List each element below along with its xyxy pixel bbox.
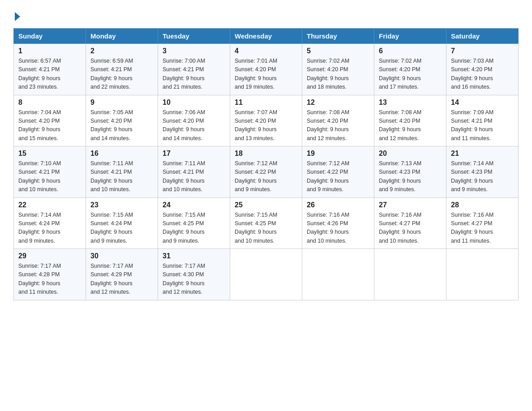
calendar-week-5: 29Sunrise: 7:17 AMSunset: 4:28 PMDayligh… <box>14 249 519 300</box>
calendar-cell: 22Sunrise: 7:14 AMSunset: 4:24 PMDayligh… <box>14 197 86 249</box>
calendar-cell <box>446 249 519 300</box>
calendar-week-2: 8Sunrise: 7:04 AMSunset: 4:20 PMDaylight… <box>14 95 519 146</box>
day-info: Sunrise: 6:57 AMSunset: 4:21 PMDaylight:… <box>18 57 81 92</box>
day-number: 16 <box>90 150 153 158</box>
calendar-cell: 17Sunrise: 7:11 AMSunset: 4:21 PMDayligh… <box>158 146 230 198</box>
day-info: Sunrise: 7:16 AMSunset: 4:27 PMDaylight:… <box>451 211 514 246</box>
logo-triangle-icon <box>15 12 20 21</box>
day-number: 8 <box>18 98 81 107</box>
day-info: Sunrise: 7:17 AMSunset: 4:29 PMDaylight:… <box>90 262 153 297</box>
day-number: 12 <box>307 98 369 107</box>
day-info: Sunrise: 7:13 AMSunset: 4:23 PMDaylight:… <box>379 159 442 194</box>
page-header <box>13 9 519 20</box>
day-info: Sunrise: 7:15 AMSunset: 4:25 PMDaylight:… <box>235 211 297 246</box>
calendar-cell: 24Sunrise: 7:15 AMSunset: 4:25 PMDayligh… <box>158 197 230 249</box>
day-number: 23 <box>90 201 153 209</box>
day-info: Sunrise: 7:17 AMSunset: 4:28 PMDaylight:… <box>18 262 81 297</box>
day-number: 20 <box>379 150 442 158</box>
day-info: Sunrise: 7:15 AMSunset: 4:25 PMDaylight:… <box>163 211 225 246</box>
calendar-body: 1Sunrise: 6:57 AMSunset: 4:21 PMDaylight… <box>14 44 519 300</box>
day-info: Sunrise: 7:08 AMSunset: 4:20 PMDaylight:… <box>307 108 369 143</box>
day-info: Sunrise: 6:59 AMSunset: 4:21 PMDaylight:… <box>90 57 153 92</box>
calendar-cell: 19Sunrise: 7:12 AMSunset: 4:22 PMDayligh… <box>302 146 374 198</box>
day-info: Sunrise: 7:11 AMSunset: 4:21 PMDaylight:… <box>90 159 153 194</box>
day-number: 31 <box>163 252 225 260</box>
day-number: 17 <box>163 150 225 158</box>
day-number: 29 <box>18 252 81 260</box>
day-info: Sunrise: 7:12 AMSunset: 4:22 PMDaylight:… <box>307 159 369 194</box>
day-number: 10 <box>163 98 225 107</box>
day-info: Sunrise: 7:10 AMSunset: 4:21 PMDaylight:… <box>18 159 81 194</box>
day-info: Sunrise: 7:05 AMSunset: 4:20 PMDaylight:… <box>90 108 153 143</box>
calendar-cell: 16Sunrise: 7:11 AMSunset: 4:21 PMDayligh… <box>86 146 158 198</box>
calendar-cell: 4Sunrise: 7:01 AMSunset: 4:20 PMDaylight… <box>230 44 302 95</box>
weekday-header-wednesday: Wednesday <box>230 29 302 44</box>
weekday-header-friday: Friday <box>374 29 446 44</box>
day-number: 1 <box>18 47 81 55</box>
calendar-cell: 9Sunrise: 7:05 AMSunset: 4:20 PMDaylight… <box>86 95 158 146</box>
calendar-table: SundayMondayTuesdayWednesdayThursdayFrid… <box>13 28 519 300</box>
day-number: 4 <box>235 47 297 55</box>
day-info: Sunrise: 7:07 AMSunset: 4:20 PMDaylight:… <box>235 108 297 143</box>
day-number: 26 <box>307 201 369 209</box>
logo <box>13 9 20 20</box>
calendar-cell: 26Sunrise: 7:16 AMSunset: 4:26 PMDayligh… <box>302 197 374 249</box>
day-number: 9 <box>90 98 153 107</box>
day-number: 2 <box>90 47 153 55</box>
calendar-week-3: 15Sunrise: 7:10 AMSunset: 4:21 PMDayligh… <box>14 146 519 198</box>
day-number: 11 <box>235 98 297 107</box>
day-info: Sunrise: 7:12 AMSunset: 4:22 PMDaylight:… <box>235 159 297 194</box>
calendar-cell: 14Sunrise: 7:09 AMSunset: 4:21 PMDayligh… <box>446 95 519 146</box>
day-number: 30 <box>90 252 153 260</box>
calendar-cell: 13Sunrise: 7:08 AMSunset: 4:20 PMDayligh… <box>374 95 446 146</box>
day-number: 24 <box>163 201 225 209</box>
day-number: 22 <box>18 201 81 209</box>
calendar-cell <box>302 249 374 300</box>
calendar-cell: 21Sunrise: 7:14 AMSunset: 4:23 PMDayligh… <box>446 146 519 198</box>
calendar-cell: 20Sunrise: 7:13 AMSunset: 4:23 PMDayligh… <box>374 146 446 198</box>
day-info: Sunrise: 7:09 AMSunset: 4:21 PMDaylight:… <box>451 108 514 143</box>
day-number: 6 <box>379 47 442 55</box>
weekday-header-row: SundayMondayTuesdayWednesdayThursdayFrid… <box>14 29 519 44</box>
calendar-cell: 29Sunrise: 7:17 AMSunset: 4:28 PMDayligh… <box>14 249 86 300</box>
calendar-cell: 18Sunrise: 7:12 AMSunset: 4:22 PMDayligh… <box>230 146 302 198</box>
calendar-header: SundayMondayTuesdayWednesdayThursdayFrid… <box>14 29 519 44</box>
weekday-header-sunday: Sunday <box>14 29 86 44</box>
day-number: 5 <box>307 47 369 55</box>
weekday-header-thursday: Thursday <box>302 29 374 44</box>
calendar-cell: 8Sunrise: 7:04 AMSunset: 4:20 PMDaylight… <box>14 95 86 146</box>
calendar-cell: 15Sunrise: 7:10 AMSunset: 4:21 PMDayligh… <box>14 146 86 198</box>
weekday-header-monday: Monday <box>86 29 158 44</box>
day-number: 25 <box>235 201 297 209</box>
calendar-cell: 11Sunrise: 7:07 AMSunset: 4:20 PMDayligh… <box>230 95 302 146</box>
calendar-cell: 25Sunrise: 7:15 AMSunset: 4:25 PMDayligh… <box>230 197 302 249</box>
calendar-cell: 6Sunrise: 7:02 AMSunset: 4:20 PMDaylight… <box>374 44 446 95</box>
calendar-cell: 1Sunrise: 6:57 AMSunset: 4:21 PMDaylight… <box>14 44 86 95</box>
day-info: Sunrise: 7:06 AMSunset: 4:20 PMDaylight:… <box>163 108 225 143</box>
day-info: Sunrise: 7:17 AMSunset: 4:30 PMDaylight:… <box>163 262 225 297</box>
day-info: Sunrise: 7:04 AMSunset: 4:20 PMDaylight:… <box>18 108 81 143</box>
day-info: Sunrise: 7:16 AMSunset: 4:26 PMDaylight:… <box>307 211 369 246</box>
day-number: 21 <box>451 150 514 158</box>
day-info: Sunrise: 7:03 AMSunset: 4:20 PMDaylight:… <box>451 57 514 92</box>
calendar-cell: 27Sunrise: 7:16 AMSunset: 4:27 PMDayligh… <box>374 197 446 249</box>
day-info: Sunrise: 7:02 AMSunset: 4:20 PMDaylight:… <box>307 57 369 92</box>
calendar-cell: 28Sunrise: 7:16 AMSunset: 4:27 PMDayligh… <box>446 197 519 249</box>
day-info: Sunrise: 7:01 AMSunset: 4:20 PMDaylight:… <box>235 57 297 92</box>
day-number: 27 <box>379 201 442 209</box>
day-number: 14 <box>451 98 514 107</box>
calendar-cell: 12Sunrise: 7:08 AMSunset: 4:20 PMDayligh… <box>302 95 374 146</box>
weekday-header-saturday: Saturday <box>446 29 519 44</box>
weekday-header-tuesday: Tuesday <box>158 29 230 44</box>
day-number: 18 <box>235 150 297 158</box>
day-info: Sunrise: 7:16 AMSunset: 4:27 PMDaylight:… <box>379 211 442 246</box>
calendar-cell: 7Sunrise: 7:03 AMSunset: 4:20 PMDaylight… <box>446 44 519 95</box>
calendar-cell: 30Sunrise: 7:17 AMSunset: 4:29 PMDayligh… <box>86 249 158 300</box>
calendar-week-1: 1Sunrise: 6:57 AMSunset: 4:21 PMDaylight… <box>14 44 519 95</box>
day-number: 7 <box>451 47 514 55</box>
day-info: Sunrise: 7:11 AMSunset: 4:21 PMDaylight:… <box>163 159 225 194</box>
day-number: 15 <box>18 150 81 158</box>
day-number: 19 <box>307 150 369 158</box>
day-number: 28 <box>451 201 514 209</box>
day-info: Sunrise: 7:00 AMSunset: 4:21 PMDaylight:… <box>163 57 225 92</box>
